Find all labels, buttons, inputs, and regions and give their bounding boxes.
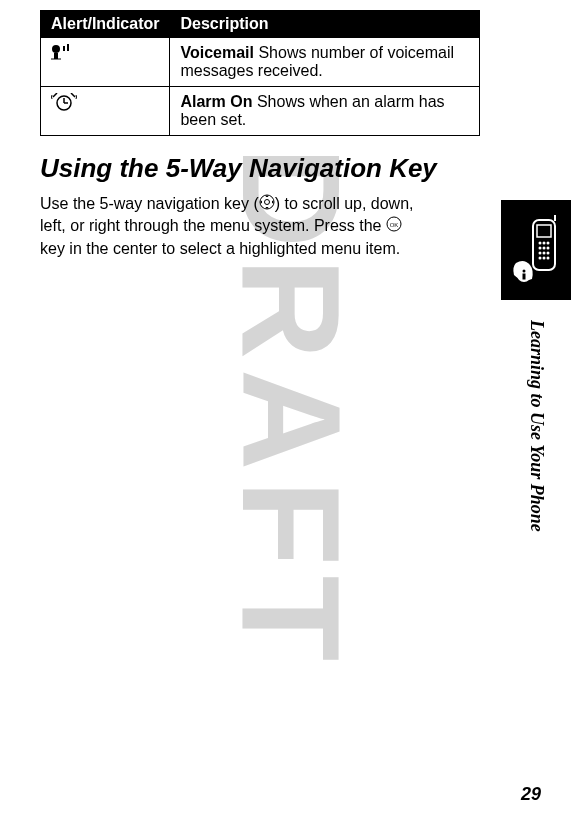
svg-rect-28	[523, 274, 526, 280]
table-header-alert: Alert/Indicator	[41, 11, 170, 38]
svg-point-21	[547, 252, 550, 255]
section-paragraph: Use the 5-way navigation key ( ) to scro…	[40, 193, 430, 260]
table-row: Alarm On Shows when an alarm has been se…	[41, 87, 480, 136]
side-section-label: Learning to Use Your Phone	[526, 320, 547, 532]
alert-indicator-table: Alert/Indicator Description	[40, 10, 480, 136]
table-row: Voicemail Shows number of voicemail mess…	[41, 38, 480, 87]
svg-point-0	[52, 45, 60, 53]
alarm-label: Alarm On	[180, 93, 252, 110]
table-header-description: Description	[170, 11, 480, 38]
svg-point-17	[543, 247, 546, 250]
svg-point-14	[543, 242, 546, 245]
svg-point-20	[543, 252, 546, 255]
svg-point-7	[260, 195, 274, 209]
svg-point-27	[523, 270, 526, 273]
svg-point-8	[264, 199, 269, 204]
body-text-part1: Use the 5-way navigation key (	[40, 195, 259, 212]
svg-rect-12	[537, 225, 551, 237]
svg-point-22	[539, 257, 542, 260]
voicemail-label: Voicemail	[180, 44, 254, 61]
svg-point-16	[539, 247, 542, 250]
svg-rect-1	[54, 53, 58, 59]
svg-rect-3	[67, 44, 69, 51]
svg-point-23	[543, 257, 546, 260]
svg-point-18	[547, 247, 550, 250]
alarm-on-indicator-icon	[51, 97, 77, 114]
body-text-part3: key in the center to select a highlighte…	[40, 240, 400, 257]
svg-point-13	[539, 242, 542, 245]
svg-text:OK: OK	[390, 222, 399, 228]
page-number: 29	[521, 784, 541, 805]
voicemail-indicator-icon	[51, 46, 75, 63]
nav-key-icon	[259, 194, 275, 216]
svg-point-24	[547, 257, 550, 260]
svg-point-19	[539, 252, 542, 255]
svg-rect-2	[63, 46, 65, 51]
ok-key-icon: OK	[386, 216, 402, 238]
section-heading: Using the 5-Way Navigation Key	[40, 154, 480, 183]
svg-point-15	[547, 242, 550, 245]
phone-info-icon	[501, 200, 571, 300]
